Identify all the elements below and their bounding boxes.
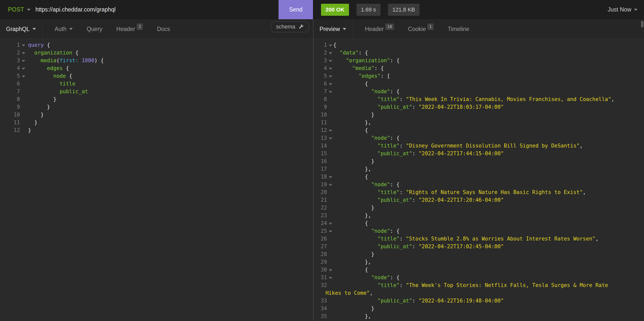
history-dropdown[interactable]: Just Now [608, 6, 638, 13]
code-line: 18 { [314, 173, 644, 181]
fold-arrow-icon[interactable] [327, 57, 333, 65]
preview-mode-dropdown[interactable]: Preview [314, 19, 353, 39]
line-number: 3 [314, 57, 327, 65]
tab-header[interactable]: Header 2 [114, 19, 145, 39]
fold-arrow-icon[interactable] [327, 127, 333, 134]
code-line: 11 } [0, 119, 313, 127]
line-number: 20 [314, 188, 327, 196]
line-number: 4 [314, 65, 327, 72]
code-line: 32 "title": "The Week's Top Stories: Net… [314, 281, 644, 289]
fold-arrow-icon[interactable] [327, 219, 333, 227]
chevron-down-icon [69, 28, 73, 30]
fold-arrow-icon[interactable] [327, 134, 333, 142]
code-line: 28 } [314, 250, 644, 258]
tab-label: Header [116, 26, 135, 33]
fold-arrow-icon[interactable] [327, 49, 333, 57]
code-line: 4 edges { [0, 65, 313, 72]
scrollbar-thumb[interactable] [641, 21, 644, 28]
code-line: 12} [0, 127, 313, 134]
line-number: 16 [314, 158, 327, 165]
tab-label: Auth [55, 26, 66, 33]
graphql-query-editor[interactable]: 1query {2 organization {3 media(first: 1… [0, 39, 313, 134]
status-badge: 200 OK [321, 4, 349, 16]
line-number: 12 [314, 127, 327, 134]
fold-arrow-icon[interactable] [327, 173, 333, 181]
schema-button[interactable]: schema [271, 21, 309, 32]
tab-timeline[interactable]: Timeline [446, 19, 471, 39]
fold-spacer [327, 165, 333, 173]
fold-spacer [327, 111, 333, 119]
fold-spacer [327, 196, 333, 204]
wrench-icon [298, 24, 304, 30]
line-number: 2 [0, 49, 20, 57]
code-line: 26 "title": "Stocks Stumble 2.8% as Worr… [314, 235, 644, 243]
tab-docs[interactable]: Docs [155, 19, 172, 39]
url-bar: POST Send [0, 0, 313, 19]
fold-spacer [20, 119, 28, 127]
tab-query[interactable]: Query [85, 19, 104, 39]
tab-cookie[interactable]: Cookie 1 [406, 19, 436, 39]
fold-arrow-icon[interactable] [327, 41, 333, 49]
response-json-viewer[interactable]: 1{2 "data": {3 "organization": {4 "media… [314, 39, 644, 321]
top-bar: POST Send 200 OK 1.69 s 121.8 KB Just No… [0, 0, 644, 19]
fold-spacer [327, 150, 333, 158]
preview-mode-label: Preview [320, 26, 340, 33]
url-input[interactable] [35, 6, 278, 13]
fold-arrow-icon[interactable] [327, 65, 333, 72]
line-number: 6 [314, 80, 327, 88]
tab-response-header[interactable]: Header 18 [363, 19, 396, 39]
line-number: 35 [314, 312, 327, 320]
code-line: 34 } [314, 305, 644, 312]
fold-spacer [327, 297, 333, 305]
code-line: 14 "title": "Disney Government Dissoluti… [314, 142, 644, 150]
fold-spacer [327, 158, 333, 165]
fold-spacer [327, 305, 333, 312]
code-line: 23 }, [314, 212, 644, 219]
code-line: 13 "node": { [314, 134, 644, 142]
line-number: 31 [314, 274, 327, 281]
code-line: 3 "organization": { [314, 57, 644, 65]
line-number: 24 [314, 219, 327, 227]
fold-spacer [327, 96, 333, 103]
fold-arrow-icon[interactable] [20, 57, 28, 65]
fold-arrow-icon[interactable] [327, 88, 333, 96]
response-tab-bar: Preview Header 18 Cookie 1 Timeline [314, 19, 644, 39]
line-number: 34 [314, 305, 327, 312]
size-badge: 121.8 KB [388, 4, 420, 16]
code-line: 17 }, [314, 165, 644, 173]
line-number: 15 [314, 150, 327, 158]
response-panel: Preview Header 18 Cookie 1 Timeline 1{2 … [314, 19, 644, 321]
fold-arrow-icon[interactable] [327, 181, 333, 188]
line-number: 33 [314, 297, 327, 305]
fold-arrow-icon[interactable] [20, 41, 28, 49]
fold-arrow-icon[interactable] [20, 72, 28, 80]
line-number: 3 [0, 57, 20, 65]
tab-auth[interactable]: Auth [53, 19, 75, 39]
fold-arrow-icon[interactable] [327, 80, 333, 88]
code-line: 29 }, [314, 258, 644, 266]
fold-arrow-icon[interactable] [20, 65, 28, 72]
code-line: 27 "public_at": "2022-04-22T17:02:45-04:… [314, 243, 644, 250]
fold-arrow-icon[interactable] [327, 274, 333, 281]
code-line: 30 { [314, 266, 644, 274]
method-dropdown[interactable]: POST [8, 6, 30, 13]
line-number: 13 [314, 134, 327, 142]
body-type-dropdown[interactable]: GraphQL [0, 19, 43, 39]
code-line: 21 "public_at": "2022-04-22T17:20:46-04:… [314, 196, 644, 204]
fold-arrow-icon[interactable] [327, 227, 333, 235]
code-line: 24 { [314, 219, 644, 227]
line-number: 10 [0, 111, 20, 119]
fold-arrow-icon[interactable] [327, 72, 333, 80]
line-number: 18 [314, 173, 327, 181]
fold-arrow-icon[interactable] [20, 49, 28, 57]
send-button[interactable]: Send [278, 0, 313, 19]
code-line: 1{ [314, 41, 644, 49]
code-line: 10 } [314, 111, 644, 119]
line-number: 2 [314, 49, 327, 57]
line-number: 27 [314, 243, 327, 250]
code-line: 1query { [0, 41, 313, 49]
fold-spacer [327, 312, 333, 320]
main-area: GraphQL Auth Query Header 2 Docs 1query … [0, 19, 644, 321]
fold-spacer [20, 127, 28, 134]
fold-arrow-icon[interactable] [327, 266, 333, 274]
